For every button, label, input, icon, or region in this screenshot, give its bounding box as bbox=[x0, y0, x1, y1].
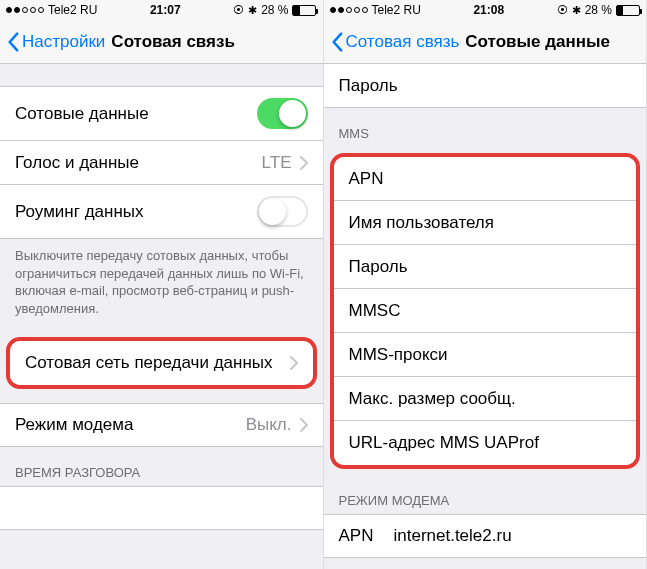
carrier-label: Tele2 RU bbox=[372, 3, 421, 17]
nav-title: Сотовая связь bbox=[111, 32, 235, 52]
cell-value: Выкл. bbox=[246, 415, 292, 435]
battery-icon bbox=[616, 5, 640, 16]
row-mms-uaprof[interactable]: URL-адрес MMS UAProf bbox=[334, 421, 637, 465]
section-header-talk-time: ВРЕМЯ РАЗГОВОРА bbox=[0, 447, 323, 486]
cell-label: APN bbox=[339, 526, 374, 546]
carrier-label: Tele2 RU bbox=[48, 3, 97, 17]
cell-label: MMSC bbox=[349, 301, 622, 321]
phone-left: Tele2 RU 21:07 ⦿ ✱ 28 % Настройки Сотова… bbox=[0, 0, 324, 569]
nav-back-button[interactable]: Сотовая связь bbox=[330, 32, 460, 52]
cell-label: Режим модема bbox=[15, 415, 246, 435]
content[interactable]: Сотовые данные Голос и данные LTE Роумин… bbox=[0, 64, 323, 569]
row-personal-hotspot[interactable]: Режим модема Выкл. bbox=[0, 403, 323, 447]
row-modem-apn[interactable]: APN internet.tele2.ru bbox=[324, 514, 647, 558]
section-footer: Выключите передачу сотовых данных, чтобы… bbox=[0, 239, 323, 331]
chevron-left-icon bbox=[6, 32, 20, 52]
row-data-roaming[interactable]: Роуминг данных bbox=[0, 185, 323, 239]
row-cellular-data[interactable]: Сотовые данные bbox=[0, 86, 323, 141]
cellular-data-toggle[interactable] bbox=[257, 98, 308, 129]
section-header-modem: РЕЖИМ МОДЕМА bbox=[324, 475, 647, 514]
data-roaming-toggle[interactable] bbox=[257, 196, 308, 227]
row-mms-username[interactable]: Имя пользователя bbox=[334, 201, 637, 245]
cell-value: LTE bbox=[262, 153, 292, 173]
row-mms-apn[interactable]: APN bbox=[334, 157, 637, 201]
cell-label: Голос и данные bbox=[15, 153, 262, 173]
nav-back-button[interactable]: Настройки bbox=[6, 32, 105, 52]
cell-label: Макс. размер сообщ. bbox=[349, 389, 622, 409]
row-mms-password[interactable]: Пароль bbox=[334, 245, 637, 289]
cell-label: MMS-прокси bbox=[349, 345, 622, 365]
row-password[interactable]: Пароль bbox=[324, 64, 647, 108]
location-icon: ⦿ bbox=[233, 4, 244, 16]
cell-label: Сотовая сеть передачи данных bbox=[25, 353, 290, 373]
cell-label: Сотовые данные bbox=[15, 104, 257, 124]
cell-label: Пароль bbox=[349, 257, 622, 277]
row-mms-max-size[interactable]: Макс. размер сообщ. bbox=[334, 377, 637, 421]
highlight-mms-group: APN Имя пользователя Пароль MMSC MMS-про… bbox=[330, 153, 641, 469]
bluetooth-icon: ✱ bbox=[572, 4, 581, 17]
battery-icon bbox=[292, 5, 316, 16]
phone-right: Tele2 RU 21:08 ⦿ ✱ 28 % Сотовая связь Со… bbox=[324, 0, 648, 569]
chevron-left-icon bbox=[330, 32, 344, 52]
location-icon: ⦿ bbox=[557, 4, 568, 16]
cell-label: APN bbox=[349, 169, 622, 189]
battery-percent: 28 % bbox=[585, 3, 612, 17]
row-talk-time[interactable] bbox=[0, 486, 323, 530]
bluetooth-icon: ✱ bbox=[248, 4, 257, 17]
nav-back-label: Настройки bbox=[22, 32, 105, 52]
cell-label: Роуминг данных bbox=[15, 202, 257, 222]
chevron-right-icon bbox=[300, 418, 308, 432]
cell-value: internet.tele2.ru bbox=[393, 526, 511, 546]
status-bar: Tele2 RU 21:07 ⦿ ✱ 28 % bbox=[0, 0, 323, 20]
row-mms-mmsc[interactable]: MMSC bbox=[334, 289, 637, 333]
highlight-cellular-network: Сотовая сеть передачи данных bbox=[6, 337, 317, 389]
nav-back-label: Сотовая связь bbox=[346, 32, 460, 52]
chevron-right-icon bbox=[300, 156, 308, 170]
cell-label: Имя пользователя bbox=[349, 213, 622, 233]
status-time: 21:07 bbox=[150, 3, 181, 17]
content[interactable]: Пароль MMS APN Имя пользователя Пароль M… bbox=[324, 64, 647, 569]
row-cellular-network[interactable]: Сотовая сеть передачи данных bbox=[10, 341, 313, 385]
row-voice-and-data[interactable]: Голос и данные LTE bbox=[0, 141, 323, 185]
cell-label: Пароль bbox=[339, 76, 632, 96]
nav-bar: Сотовая связь Сотовые данные bbox=[324, 20, 647, 64]
cell-label: URL-адрес MMS UAProf bbox=[349, 433, 622, 453]
signal-dots-icon bbox=[330, 7, 368, 13]
nav-bar: Настройки Сотовая связь bbox=[0, 20, 323, 64]
status-bar: Tele2 RU 21:08 ⦿ ✱ 28 % bbox=[324, 0, 647, 20]
section-header-mms: MMS bbox=[324, 108, 647, 147]
chevron-right-icon bbox=[290, 356, 298, 370]
nav-title: Сотовые данные bbox=[465, 32, 610, 52]
signal-dots-icon bbox=[6, 7, 44, 13]
status-time: 21:08 bbox=[473, 3, 504, 17]
battery-percent: 28 % bbox=[261, 3, 288, 17]
row-mms-proxy[interactable]: MMS-прокси bbox=[334, 333, 637, 377]
